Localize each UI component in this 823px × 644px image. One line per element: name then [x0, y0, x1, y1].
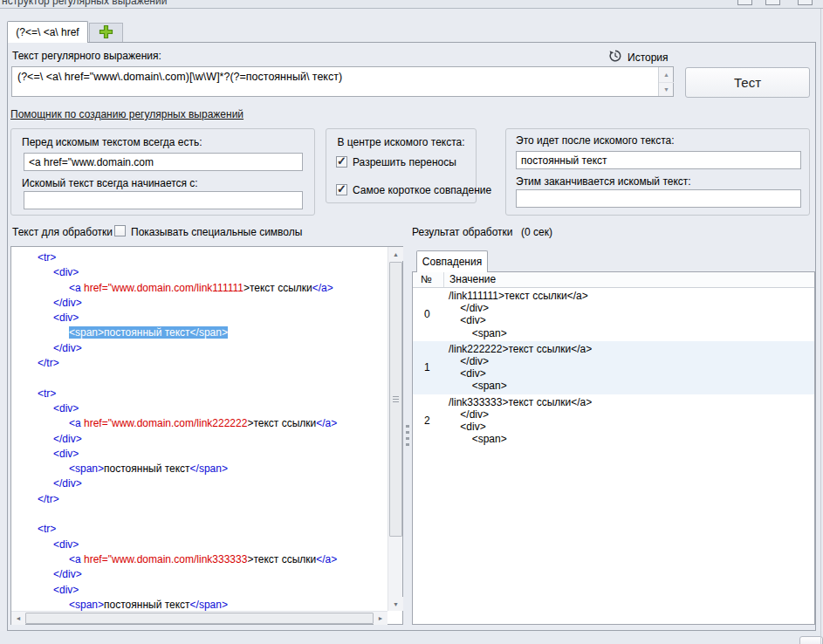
groupbox-before: Перед искомым текстом всегда есть: Иском… — [10, 128, 315, 216]
before-label-2: Искомый текст всегда начинается с: — [22, 177, 198, 189]
source-horizontal-scrollbar[interactable]: ◄ ► — [11, 611, 387, 624]
code-line: <div> — [11, 401, 387, 416]
code-token: >текст ссылки — [243, 282, 312, 294]
add-tab-button[interactable] — [89, 23, 123, 43]
result-row[interactable]: 0/link111111>текст ссылки</a> </div> <di… — [413, 288, 814, 341]
source-text-panel[interactable]: <tr><div><a href="www.domain.com/link111… — [10, 246, 403, 625]
code-token: </span> — [190, 326, 228, 339]
helper-link[interactable]: Помощник по созданию регулярных выражени… — [10, 108, 243, 120]
regex-constructor-window: нструктор регулярных выражений (?<=\ <a\… — [0, 0, 823, 644]
history-label: История — [628, 51, 669, 64]
result-row-value: /link333333>текст ссылки</a> </div> <div… — [444, 394, 814, 448]
tab-matches-label: Совпадения — [422, 256, 482, 268]
shortest-match-label: Самое короткое совпадение — [353, 184, 491, 196]
code-token: постоянный текст — [104, 462, 190, 475]
center-title: В центре искомого текста: — [326, 136, 476, 148]
code-token: href="www.domain.com/link222222 — [84, 417, 247, 429]
code-line: </div> — [11, 476, 387, 491]
after-input-1[interactable] — [516, 151, 801, 169]
partial-button[interactable] — [799, 636, 823, 644]
code-line: <div> — [11, 538, 387, 552]
plus-icon — [99, 24, 113, 42]
source-vertical-scrollbar[interactable]: ▲ ▼ — [387, 247, 402, 611]
code-token: href="www.domain.com/link333333 — [84, 553, 247, 565]
allow-wraps-checkbox[interactable] — [336, 156, 347, 168]
source-code-area[interactable]: <tr><div><a href="www.domain.com/link111… — [11, 247, 387, 611]
after-input-2[interactable] — [516, 189, 801, 208]
show-special-label: Показывать специальные символы — [131, 226, 302, 238]
regex-label: Текст регулярного выражения: — [12, 50, 161, 62]
code-token: </div> — [53, 297, 82, 309]
scroll-down-icon[interactable]: ▼ — [388, 597, 403, 611]
regex-input-value: (?<=\ <a\ href="www\.domain\.com)[\w\W]*… — [17, 71, 654, 83]
result-row-number: 2 — [413, 394, 444, 448]
history-icon — [608, 49, 622, 65]
shortest-match-checkbox[interactable] — [336, 184, 347, 195]
tab-current-regex-label: (?<=\ <a\ href — [16, 26, 79, 38]
col-header-no[interactable]: № — [413, 272, 444, 287]
code-token: </div> — [53, 477, 82, 490]
results-table-body: 0/link111111>текст ссылки</a> </div> <di… — [413, 288, 814, 447]
results-table-header: № Значение — [413, 272, 814, 288]
spinner-up-icon[interactable]: ▲ — [659, 67, 674, 81]
scroll-right-icon[interactable]: ► — [374, 612, 387, 625]
code-line: <div> — [11, 311, 387, 325]
test-button[interactable]: Тест — [685, 67, 810, 98]
result-row-number: 1 — [413, 341, 444, 394]
result-row-value: /link222222>текст ссылки</a> </div> <div… — [444, 341, 814, 394]
code-token: <tr> — [38, 387, 56, 400]
before-label-1: Перед искомым текстом всегда есть: — [22, 136, 202, 148]
code-token: >текст ссылки — [247, 417, 316, 429]
code-token: <tr> — [38, 523, 56, 535]
code-token: </span> — [190, 462, 228, 475]
code-token: </div> — [53, 342, 82, 354]
before-input-2[interactable] — [24, 191, 303, 209]
code-line: <span>постоянный текст</span> — [11, 462, 387, 476]
code-line: <a href="www.domain.com/link111111>текст… — [11, 281, 387, 296]
code-token: <div> — [53, 312, 79, 324]
result-row[interactable]: 2/link333333>текст ссылки</a> </div> <di… — [413, 394, 814, 448]
panel-splitter[interactable] — [406, 425, 409, 449]
code-line: </div> — [11, 432, 387, 447]
code-line: <tr> — [11, 522, 387, 537]
form-bottom-strip — [0, 631, 823, 644]
code-token: <span> — [69, 599, 104, 611]
show-special-checkbox[interactable] — [114, 225, 126, 236]
code-token: <div> — [53, 266, 79, 278]
window-title: нструктор регулярных выражений — [2, 0, 167, 7]
code-token: <div> — [53, 402, 79, 414]
code-token: </span> — [190, 599, 228, 611]
code-line: <span>постоянный текст</span> — [11, 325, 387, 340]
regex-input[interactable]: (?<=\ <a\ href="www\.domain\.com)[\w\W]*… — [11, 66, 674, 97]
code-line: </div> — [11, 296, 387, 311]
code-token: <a — [69, 417, 84, 429]
code-token: </a> — [316, 553, 337, 565]
code-line: <a href="www.domain.com/link222222>текст… — [11, 416, 387, 431]
spinner-down-icon[interactable]: ▼ — [659, 82, 674, 96]
window-close-button[interactable] — [798, 0, 813, 5]
window-maximize-button[interactable] — [765, 0, 780, 5]
col-header-value[interactable]: Значение — [444, 272, 814, 287]
code-token: <span> — [69, 462, 104, 475]
code-line: <tr> — [11, 387, 387, 401]
code-line: <div> — [11, 447, 387, 462]
before-input-1[interactable] — [24, 153, 303, 171]
code-line: <div> — [11, 265, 387, 280]
window-minimize-button[interactable] — [737, 0, 752, 5]
source-vscroll-thumb[interactable] — [389, 262, 402, 537]
scroll-up-icon[interactable]: ▲ — [388, 247, 403, 261]
code-line — [11, 371, 387, 386]
code-line: </tr> — [11, 492, 387, 507]
scroll-left-icon[interactable]: ◄ — [11, 612, 25, 625]
tab-current-regex[interactable]: (?<=\ <a\ href — [7, 21, 88, 43]
after-label-2: Этим заканчивается искомый текст: — [516, 175, 691, 188]
code-token: </div> — [53, 433, 82, 445]
code-line: <div> — [11, 583, 387, 598]
code-line: </div> — [11, 567, 387, 582]
source-hscroll-thumb[interactable] — [25, 613, 374, 624]
result-row[interactable]: 1/link222222>текст ссылки</a> </div> <di… — [413, 341, 814, 394]
code-token: <tr> — [38, 251, 56, 264]
history-link[interactable]: История — [608, 49, 669, 65]
after-label-1: Это идет после искомого текста: — [516, 134, 675, 147]
tab-matches[interactable]: Совпадения — [416, 250, 488, 272]
